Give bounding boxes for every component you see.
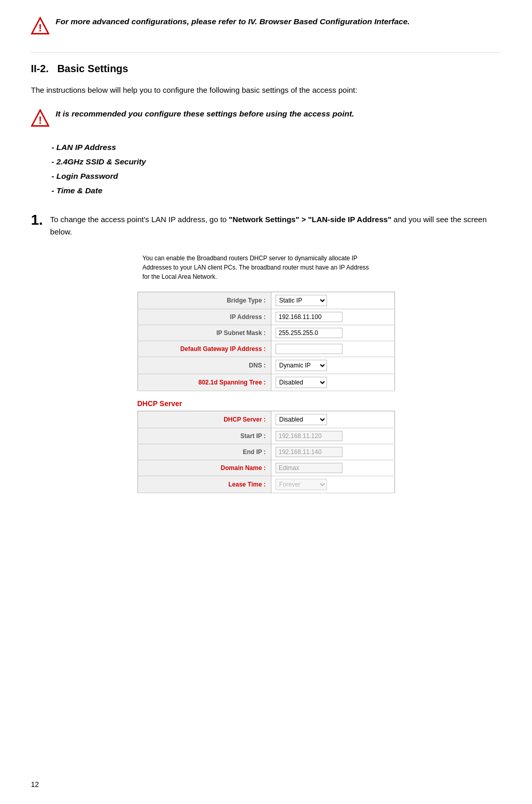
lease-time-select: Forever 1 Hour 8 Hours 24 Hours — [276, 479, 327, 490]
table-row: Default Gateway IP Address : — [138, 341, 394, 357]
bridge-type-label: Bridge Type : — [138, 292, 271, 309]
table-row: Lease Time : Forever 1 Hour 8 Hours 24 H… — [138, 476, 394, 493]
spanning-tree-value: Disabled Enabled — [271, 374, 394, 391]
warning-box: ! For more advanced configurations, plea… — [31, 15, 501, 37]
ip-address-value — [271, 309, 394, 325]
spanning-tree-label: 802.1d Spanning Tree : — [138, 374, 271, 391]
bridge-type-value: Static IP Dynamic IP — [271, 292, 394, 309]
divider — [31, 52, 501, 53]
table-row: Bridge Type : Static IP Dynamic IP — [138, 292, 394, 309]
table-row: DNS : Dynamic IP Static IP — [138, 357, 394, 374]
recommend-box: ! It is recommended you configure these … — [31, 108, 501, 129]
spanning-tree-select[interactable]: Disabled Enabled — [276, 377, 327, 388]
table-row: IP Subnet Mask : — [138, 325, 394, 341]
recommend-text: It is recommended you configure these se… — [56, 108, 354, 120]
table-row: Start IP : — [138, 428, 394, 444]
table-row: Domain Name : — [138, 460, 394, 476]
start-ip-label: Start IP : — [138, 428, 271, 444]
table-row: 802.1d Spanning Tree : Disabled Enabled — [138, 374, 394, 391]
warning-text: For more advanced configurations, please… — [56, 15, 410, 27]
dhcp-form-table: DHCP Server : Disabled Enabled Start IP … — [138, 411, 395, 493]
screenshot-note: You can enable the Broadband routers DHC… — [138, 254, 395, 281]
start-ip-value — [271, 428, 394, 444]
ip-address-label: IP Address : — [138, 309, 271, 325]
dns-label: DNS : — [138, 357, 271, 374]
step-text-before: To change the access point's LAN IP addr… — [50, 215, 229, 224]
bridge-type-select[interactable]: Static IP Dynamic IP — [276, 295, 327, 306]
lease-time-value: Forever 1 Hour 8 Hours 24 Hours — [271, 476, 394, 493]
list-item: Login Password — [46, 169, 501, 183]
dns-value: Dynamic IP Static IP — [271, 357, 394, 374]
lease-time-label: Lease Time : — [138, 476, 271, 493]
ip-address-input[interactable] — [276, 312, 342, 322]
list-item: Time & Date — [46, 183, 501, 198]
domain-name-input — [276, 463, 342, 473]
subnet-mask-label: IP Subnet Mask : — [138, 325, 271, 341]
svg-text:!: ! — [39, 114, 42, 126]
section-heading: II-2. Basic Settings — [31, 63, 501, 75]
list-item: 2.4GHz SSID & Security — [46, 155, 501, 169]
section-title: Basic Settings — [57, 63, 128, 74]
dns-select[interactable]: Dynamic IP Static IP — [276, 360, 327, 371]
subnet-mask-input[interactable] — [276, 328, 342, 338]
dhcp-header: DHCP Server — [138, 399, 395, 408]
network-form-table: Bridge Type : Static IP Dynamic IP IP Ad… — [138, 292, 395, 391]
step-bold2: "LAN-side IP Address" — [308, 215, 391, 224]
gateway-value — [271, 341, 394, 357]
section-id: II-2. — [31, 63, 48, 74]
warning-icon: ! — [31, 15, 49, 37]
end-ip-label: End IP : — [138, 444, 271, 460]
end-ip-input — [276, 447, 342, 457]
network-screenshot: You can enable the Broadband routers DHC… — [132, 254, 400, 493]
dhcp-server-select[interactable]: Disabled Enabled — [276, 414, 327, 425]
gateway-label: Default Gateway IP Address : — [138, 341, 271, 357]
step-number: 1. — [31, 211, 43, 238]
domain-name-label: Domain Name : — [138, 460, 271, 476]
domain-name-value — [271, 460, 394, 476]
gateway-input[interactable] — [276, 344, 342, 354]
dhcp-server-label: DHCP Server : — [138, 411, 271, 428]
intro-text: The instructions below will help you to … — [31, 84, 501, 96]
subnet-mask-value — [271, 325, 394, 341]
step1-block: 1. To change the access point's LAN IP a… — [31, 211, 501, 238]
page-number: 12 — [31, 780, 39, 789]
list-item: LAN IP Address — [46, 140, 501, 155]
table-row: IP Address : — [138, 309, 394, 325]
recommend-icon: ! — [31, 108, 49, 129]
start-ip-input — [276, 431, 342, 441]
table-row: DHCP Server : Disabled Enabled — [138, 411, 394, 428]
table-row: End IP : — [138, 444, 394, 460]
dhcp-server-value: Disabled Enabled — [271, 411, 394, 428]
end-ip-value — [271, 444, 394, 460]
svg-text:!: ! — [39, 22, 42, 34]
step-text: To change the access point's LAN IP addr… — [50, 211, 501, 238]
step-bold1: "Network Settings" > — [229, 215, 306, 224]
bullet-list: LAN IP Address 2.4GHz SSID & Security Lo… — [46, 140, 501, 198]
